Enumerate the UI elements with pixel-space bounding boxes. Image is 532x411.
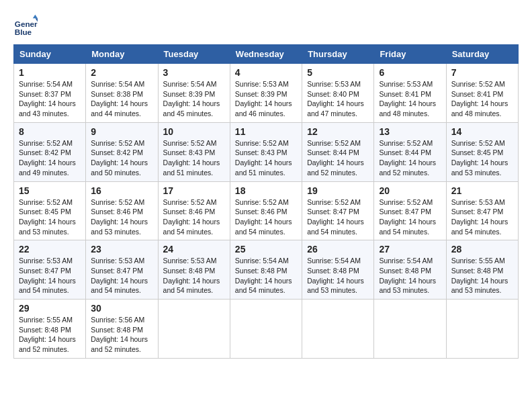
day-info: Sunrise: 5:55 AMSunset: 8:48 PMDaylight:…	[451, 256, 513, 295]
day-number: 14	[451, 126, 513, 137]
day-number: 17	[163, 185, 225, 196]
calendar-cell: 29Sunrise: 5:55 AMSunset: 8:48 PMDayligh…	[14, 300, 86, 359]
day-number: 18	[235, 185, 297, 196]
calendar-cell: 21Sunrise: 5:53 AMSunset: 8:47 PMDayligh…	[446, 181, 518, 240]
calendar-cell: 23Sunrise: 5:53 AMSunset: 8:47 PMDayligh…	[86, 240, 158, 300]
day-info: Sunrise: 5:52 AMSunset: 8:43 PMDaylight:…	[235, 138, 297, 178]
day-number: 20	[379, 185, 441, 196]
header-monday: Monday	[86, 45, 158, 64]
day-number: 13	[379, 126, 441, 137]
svg-text:General: General	[15, 19, 38, 28]
day-number: 2	[91, 67, 152, 78]
calendar-header-row: SundayMondayTuesdayWednesdayThursdayFrid…	[14, 45, 519, 64]
day-info: Sunrise: 5:53 AMSunset: 8:41 PMDaylight:…	[379, 79, 441, 119]
day-info: Sunrise: 5:54 AMSunset: 8:48 PMDaylight:…	[235, 256, 297, 295]
header-saturday: Saturday	[446, 45, 518, 64]
header-wednesday: Wednesday	[230, 45, 302, 64]
calendar-cell: 18Sunrise: 5:52 AMSunset: 8:46 PMDayligh…	[230, 181, 302, 240]
day-info: Sunrise: 5:54 AMSunset: 8:48 PMDaylight:…	[307, 256, 369, 295]
day-info: Sunrise: 5:52 AMSunset: 8:47 PMDaylight:…	[307, 197, 369, 237]
calendar-table: SundayMondayTuesdayWednesdayThursdayFrid…	[13, 44, 519, 359]
week-row-4: 22Sunrise: 5:53 AMSunset: 8:47 PMDayligh…	[14, 240, 519, 300]
day-number: 27	[379, 244, 441, 255]
day-info: Sunrise: 5:52 AMSunset: 8:44 PMDaylight:…	[379, 138, 441, 178]
day-info: Sunrise: 5:52 AMSunset: 8:44 PMDaylight:…	[307, 138, 369, 178]
week-row-3: 15Sunrise: 5:52 AMSunset: 8:45 PMDayligh…	[14, 181, 519, 240]
calendar-cell: 19Sunrise: 5:52 AMSunset: 8:47 PMDayligh…	[302, 181, 374, 240]
calendar-cell	[302, 300, 374, 359]
calendar-cell: 7Sunrise: 5:52 AMSunset: 8:41 PMDaylight…	[446, 64, 518, 123]
day-info: Sunrise: 5:53 AMSunset: 8:47 PMDaylight:…	[19, 256, 81, 295]
svg-text:Blue: Blue	[15, 28, 32, 36]
week-row-2: 8Sunrise: 5:52 AMSunset: 8:42 PMDaylight…	[14, 122, 519, 181]
page-header: General Blue	[13, 13, 519, 38]
day-number: 15	[19, 185, 81, 196]
day-number: 4	[235, 67, 297, 78]
day-info: Sunrise: 5:52 AMSunset: 8:45 PMDaylight:…	[19, 197, 81, 237]
calendar-cell: 8Sunrise: 5:52 AMSunset: 8:42 PMDaylight…	[14, 122, 86, 181]
calendar-cell: 24Sunrise: 5:53 AMSunset: 8:48 PMDayligh…	[158, 240, 230, 300]
header-friday: Friday	[374, 45, 446, 64]
calendar-cell	[230, 300, 302, 359]
day-number: 16	[91, 185, 152, 196]
day-info: Sunrise: 5:53 AMSunset: 8:47 PMDaylight:…	[91, 256, 152, 295]
day-number: 19	[307, 185, 369, 196]
day-number: 21	[451, 185, 513, 196]
logo: General Blue	[13, 13, 42, 38]
day-info: Sunrise: 5:52 AMSunset: 8:43 PMDaylight:…	[163, 138, 225, 178]
day-info: Sunrise: 5:55 AMSunset: 8:48 PMDaylight:…	[19, 315, 81, 355]
calendar-cell: 11Sunrise: 5:52 AMSunset: 8:43 PMDayligh…	[230, 122, 302, 181]
calendar-cell: 28Sunrise: 5:55 AMSunset: 8:48 PMDayligh…	[446, 240, 518, 300]
calendar-cell: 16Sunrise: 5:52 AMSunset: 8:46 PMDayligh…	[86, 181, 158, 240]
calendar-cell: 5Sunrise: 5:53 AMSunset: 8:40 PMDaylight…	[302, 64, 374, 123]
calendar-cell: 15Sunrise: 5:52 AMSunset: 8:45 PMDayligh…	[14, 181, 86, 240]
day-number: 25	[235, 244, 297, 255]
day-info: Sunrise: 5:54 AMSunset: 8:38 PMDaylight:…	[91, 79, 152, 119]
calendar-cell	[446, 300, 518, 359]
calendar-cell: 13Sunrise: 5:52 AMSunset: 8:44 PMDayligh…	[374, 122, 446, 181]
day-number: 12	[307, 126, 369, 137]
day-info: Sunrise: 5:52 AMSunset: 8:46 PMDaylight:…	[91, 197, 152, 237]
day-info: Sunrise: 5:56 AMSunset: 8:48 PMDaylight:…	[91, 315, 152, 355]
calendar-cell: 27Sunrise: 5:54 AMSunset: 8:48 PMDayligh…	[374, 240, 446, 300]
svg-marker-2	[33, 15, 38, 18]
day-number: 24	[163, 244, 225, 255]
day-number: 9	[91, 126, 152, 137]
calendar-cell: 30Sunrise: 5:56 AMSunset: 8:48 PMDayligh…	[86, 300, 158, 359]
day-info: Sunrise: 5:53 AMSunset: 8:40 PMDaylight:…	[307, 79, 369, 119]
calendar-cell: 1Sunrise: 5:54 AMSunset: 8:37 PMDaylight…	[14, 64, 86, 123]
header-thursday: Thursday	[302, 45, 374, 64]
week-row-1: 1Sunrise: 5:54 AMSunset: 8:37 PMDaylight…	[14, 64, 519, 123]
calendar-cell: 17Sunrise: 5:52 AMSunset: 8:46 PMDayligh…	[158, 181, 230, 240]
calendar-cell: 26Sunrise: 5:54 AMSunset: 8:48 PMDayligh…	[302, 240, 374, 300]
calendar-cell: 22Sunrise: 5:53 AMSunset: 8:47 PMDayligh…	[14, 240, 86, 300]
calendar-cell	[374, 300, 446, 359]
day-number: 10	[163, 126, 225, 137]
week-row-5: 29Sunrise: 5:55 AMSunset: 8:48 PMDayligh…	[14, 300, 519, 359]
calendar-cell: 9Sunrise: 5:52 AMSunset: 8:42 PMDaylight…	[86, 122, 158, 181]
header-tuesday: Tuesday	[158, 45, 230, 64]
calendar-cell: 20Sunrise: 5:52 AMSunset: 8:47 PMDayligh…	[374, 181, 446, 240]
calendar-cell: 14Sunrise: 5:52 AMSunset: 8:45 PMDayligh…	[446, 122, 518, 181]
day-number: 22	[19, 244, 81, 255]
day-number: 1	[19, 67, 81, 78]
day-number: 26	[307, 244, 369, 255]
day-number: 30	[91, 303, 152, 314]
day-number: 6	[379, 67, 441, 78]
logo-icon: General Blue	[13, 13, 38, 38]
calendar-cell: 12Sunrise: 5:52 AMSunset: 8:44 PMDayligh…	[302, 122, 374, 181]
day-info: Sunrise: 5:52 AMSunset: 8:46 PMDaylight:…	[163, 197, 225, 237]
day-number: 28	[451, 244, 513, 255]
day-info: Sunrise: 5:52 AMSunset: 8:47 PMDaylight:…	[379, 197, 441, 237]
day-info: Sunrise: 5:53 AMSunset: 8:39 PMDaylight:…	[235, 79, 297, 119]
calendar-cell: 4Sunrise: 5:53 AMSunset: 8:39 PMDaylight…	[230, 64, 302, 123]
day-info: Sunrise: 5:52 AMSunset: 8:41 PMDaylight:…	[451, 79, 513, 119]
day-number: 5	[307, 67, 369, 78]
day-number: 3	[163, 67, 225, 78]
day-info: Sunrise: 5:52 AMSunset: 8:45 PMDaylight:…	[451, 138, 513, 178]
day-info: Sunrise: 5:54 AMSunset: 8:39 PMDaylight:…	[163, 79, 225, 119]
day-info: Sunrise: 5:53 AMSunset: 8:48 PMDaylight:…	[163, 256, 225, 295]
day-info: Sunrise: 5:52 AMSunset: 8:42 PMDaylight:…	[91, 138, 152, 178]
day-number: 8	[19, 126, 81, 137]
day-info: Sunrise: 5:53 AMSunset: 8:47 PMDaylight:…	[451, 197, 513, 237]
